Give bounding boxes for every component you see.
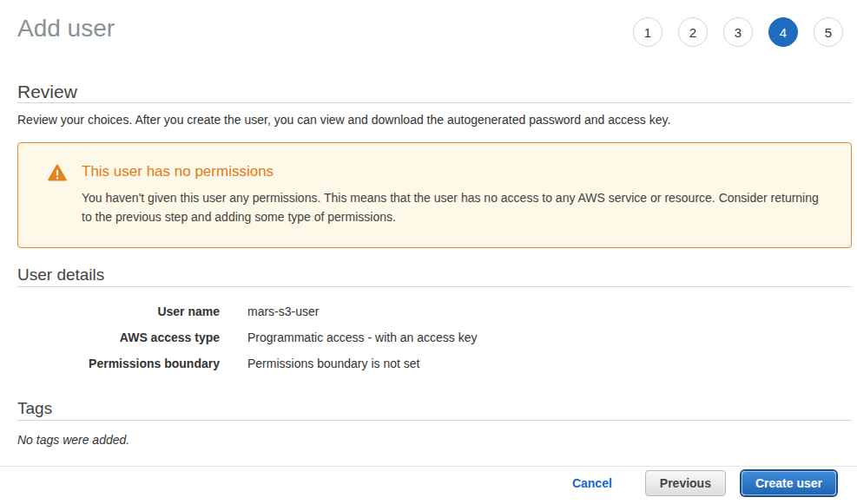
detail-value: Programmatic access - with an access key	[247, 331, 478, 344]
review-description: Review your choices. After you create th…	[17, 112, 852, 128]
user-details-section: User details User name mars-s3-user AWS …	[17, 265, 852, 376]
wizard-step-2[interactable]: 2	[678, 17, 708, 47]
page-title: Add user	[17, 14, 115, 43]
wizard-step-3[interactable]: 3	[723, 17, 753, 47]
detail-row-access-type: AWS access type Programmatic access - wi…	[17, 324, 852, 350]
detail-value: Permissions boundary is not set	[247, 357, 419, 370]
tags-empty-text: No tags were added.	[17, 433, 852, 447]
user-details-list: User name mars-s3-user AWS access type P…	[17, 298, 852, 376]
user-details-heading: User details	[17, 265, 852, 287]
wizard-step-5[interactable]: 5	[814, 17, 843, 47]
no-permissions-warning-banner: This user has no permissions You haven't…	[17, 142, 852, 248]
tags-section: Tags No tags were added.	[17, 399, 852, 447]
detail-label: AWS access type	[17, 331, 220, 344]
warning-body: You haven't given this user any permissi…	[82, 188, 828, 226]
cancel-button[interactable]: Cancel	[572, 476, 612, 490]
detail-value: mars-s3-user	[247, 304, 319, 318]
wizard-footer: Cancel Previous Create user	[0, 466, 857, 504]
previous-button[interactable]: Previous	[645, 470, 726, 496]
warning-triangle-icon	[48, 164, 67, 185]
tags-heading: Tags	[17, 399, 852, 421]
wizard-step-4-active[interactable]: 4	[768, 17, 798, 47]
detail-label: Permissions boundary	[17, 357, 220, 370]
page-header: Add user 1 2 3 4 5	[17, 14, 852, 47]
add-user-wizard: Add user 1 2 3 4 5 Review Review your ch…	[0, 0, 857, 466]
review-section: Review Review your choices. After you cr…	[17, 82, 852, 248]
detail-row-user-name: User name mars-s3-user	[17, 298, 852, 324]
create-user-button[interactable]: Create user	[742, 471, 836, 495]
warning-title: This user has no permissions	[82, 162, 828, 181]
warning-content: This user has no permissions You haven't…	[82, 162, 828, 226]
wizard-step-1[interactable]: 1	[633, 17, 663, 47]
detail-label: User name	[17, 304, 220, 318]
wizard-step-indicator: 1 2 3 4 5	[633, 17, 843, 47]
detail-row-permissions-boundary: Permissions boundary Permissions boundar…	[17, 350, 852, 376]
review-heading: Review	[17, 82, 852, 103]
